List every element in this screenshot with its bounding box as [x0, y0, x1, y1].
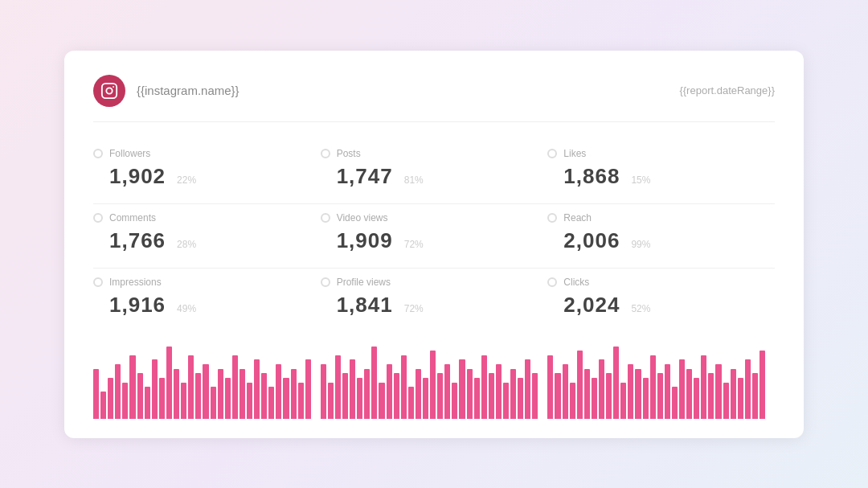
metric-value: 1,916 — [109, 293, 166, 318]
bar — [283, 378, 289, 419]
bar — [444, 364, 450, 419]
metric-pct: 52% — [631, 303, 650, 314]
metric-pct: 28% — [177, 239, 196, 250]
bar — [518, 378, 523, 419]
bar — [371, 347, 377, 419]
bar — [350, 359, 355, 418]
metric-label: Video views — [337, 212, 388, 223]
bar — [694, 378, 699, 419]
metric-label: Comments — [109, 212, 156, 223]
metric-value: 1,747 — [337, 164, 393, 189]
metric-cell-followers: Followers 1,902 22% — [93, 140, 321, 204]
metric-label: Followers — [109, 148, 150, 159]
bar — [159, 378, 165, 419]
metric-cell-comments: Comments 1,766 28% — [93, 204, 321, 269]
bar — [328, 383, 334, 419]
bar — [211, 387, 216, 418]
bar — [321, 364, 326, 419]
bar — [291, 369, 297, 419]
bar — [247, 383, 252, 419]
bar — [686, 369, 692, 419]
bar — [570, 383, 575, 419]
metric-dot — [93, 149, 103, 158]
bar — [129, 355, 135, 419]
metric-value: 1,902 — [109, 164, 166, 189]
metric-label: Reach — [563, 212, 592, 223]
bar — [357, 378, 362, 419]
bar — [665, 364, 670, 419]
bar — [452, 383, 457, 419]
bar — [738, 378, 743, 419]
bar — [606, 373, 612, 418]
bar — [620, 383, 626, 419]
bar — [401, 355, 407, 419]
bar — [416, 369, 421, 419]
metric-cell-reach: Reach 2,006 99% — [547, 204, 775, 269]
instagram-report-card: {{instagram.name}} {{report.dateRange}} … — [64, 51, 804, 438]
bar — [760, 351, 765, 418]
bar — [174, 369, 179, 419]
metric-dot — [93, 277, 103, 287]
card-header: {{instagram.name}} {{report.dateRange}} — [93, 75, 775, 107]
bar — [100, 392, 106, 419]
chart-2 — [321, 338, 548, 419]
bar — [232, 355, 238, 419]
bar — [437, 373, 443, 418]
metric-dot — [547, 277, 557, 287]
metric-value: 2,024 — [563, 293, 620, 318]
metric-value: 2,006 — [563, 228, 620, 253]
bar — [745, 359, 751, 418]
bar — [268, 387, 274, 418]
bar — [467, 369, 473, 419]
metric-cell-posts: Posts 1,747 81% — [321, 140, 548, 204]
bar — [731, 369, 736, 419]
metric-dot — [321, 149, 330, 158]
bar — [137, 373, 143, 418]
bar — [364, 369, 370, 419]
metric-pct: 15% — [631, 174, 650, 186]
bar — [672, 387, 678, 418]
metric-cell-clicks: Clicks 2,024 52% — [547, 269, 775, 332]
metric-pct: 81% — [404, 174, 424, 186]
instagram-name: {{instagram.name}} — [137, 84, 240, 97]
bar — [152, 359, 158, 418]
bar — [394, 373, 399, 418]
bar — [188, 355, 194, 419]
metric-cell-profile-views: Profile views 1,841 72% — [321, 269, 548, 332]
header-left: {{instagram.name}} — [93, 75, 240, 107]
svg-point-2 — [113, 86, 114, 88]
bar — [298, 383, 304, 419]
bar — [335, 355, 341, 419]
bar — [657, 373, 663, 418]
bar — [218, 369, 223, 419]
bar — [547, 355, 553, 419]
bar — [423, 378, 428, 419]
bar — [489, 373, 494, 418]
date-range: {{report.dateRange}} — [679, 84, 775, 96]
bar — [408, 387, 414, 418]
bar — [701, 355, 706, 419]
metric-pct: 22% — [177, 174, 196, 186]
charts-row — [93, 338, 775, 419]
bar — [715, 364, 721, 419]
metric-dot — [547, 213, 557, 223]
bar — [628, 364, 633, 419]
bar — [599, 359, 604, 418]
bar — [555, 373, 560, 418]
bar — [115, 364, 121, 419]
header-divider — [93, 121, 775, 122]
metric-dot — [321, 277, 330, 287]
svg-rect-0 — [102, 83, 117, 97]
metric-dot — [93, 213, 103, 223]
bar — [643, 378, 649, 419]
metric-pct: 72% — [404, 239, 424, 250]
metrics-grid: Followers 1,902 22% Posts 1,747 81% Like… — [93, 140, 775, 332]
bar — [481, 355, 487, 419]
bar — [532, 373, 538, 418]
bar — [577, 351, 583, 418]
metric-value: 1,766 — [109, 228, 166, 253]
metric-cell-impressions: Impressions 1,916 49% — [93, 269, 321, 332]
bar — [225, 378, 231, 419]
metric-label: Clicks — [563, 277, 589, 288]
bar — [563, 364, 568, 419]
